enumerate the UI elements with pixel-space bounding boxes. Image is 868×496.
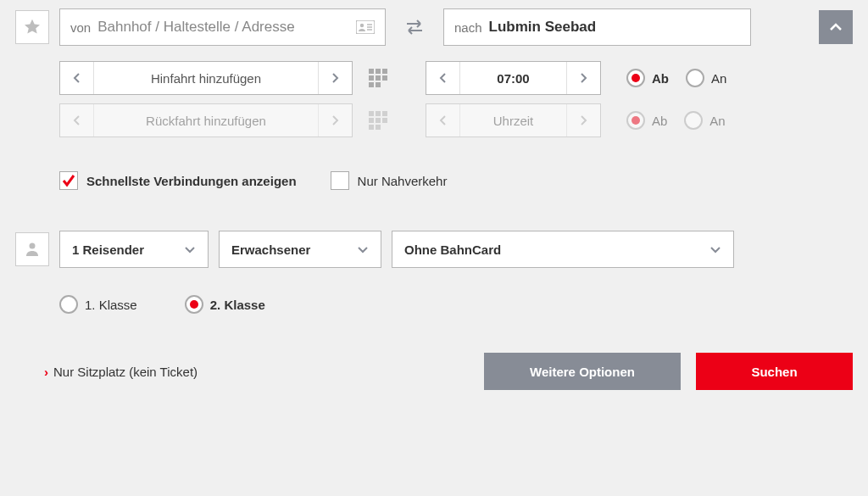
- chevron-right-icon: [331, 114, 339, 126]
- to-prefix: nach: [454, 20, 482, 35]
- to-input[interactable]: nach Lubmin Seebad: [443, 8, 751, 46]
- calendar-icon: [369, 111, 391, 130]
- checkbox-icon: [331, 171, 349, 190]
- favorite-button[interactable]: [15, 10, 49, 44]
- svg-rect-9: [376, 75, 381, 81]
- caret-right-icon: ›: [44, 365, 48, 379]
- chevron-left-icon: [73, 72, 81, 84]
- ab-label: Ab: [652, 71, 669, 86]
- radio-icon: [626, 111, 645, 130]
- radio-icon: [684, 111, 703, 130]
- traveler-type-select[interactable]: Erwachsener: [219, 231, 381, 268]
- search-label: Suchen: [751, 365, 797, 379]
- second-class-radio[interactable]: 2. Klasse: [185, 295, 265, 314]
- traveler-count-label: 1 Reisender: [72, 242, 144, 257]
- first-class-label: 1. Klasse: [85, 298, 137, 312]
- search-button[interactable]: Suchen: [696, 353, 853, 390]
- svg-rect-18: [382, 118, 387, 123]
- chevron-right-icon: [580, 72, 587, 84]
- svg-rect-6: [376, 69, 381, 74]
- outbound-date-prev[interactable]: [60, 62, 94, 94]
- outbound-depart-arrive: Ab An: [626, 69, 726, 87]
- chevron-down-icon: [709, 246, 721, 254]
- seat-only-link[interactable]: › Nur Sitzplatz (kein Ticket): [44, 365, 198, 379]
- return-time-placeholder: Uhrzeit: [460, 104, 566, 137]
- swap-button[interactable]: [396, 8, 433, 46]
- radio-icon: [686, 69, 704, 87]
- outbound-date-label: Hinfahrt hinzufügen: [94, 62, 318, 94]
- return-date-label: Rückfahrt hinzufügen: [94, 104, 318, 137]
- outbound-calendar-button[interactable]: [363, 61, 397, 95]
- traveler-type-label: Erwachsener: [231, 242, 310, 257]
- svg-rect-7: [382, 69, 387, 74]
- ab-label: Ab: [652, 114, 667, 128]
- outbound-time-prev[interactable]: [426, 62, 460, 94]
- return-time-prev: [426, 104, 460, 137]
- svg-rect-16: [369, 118, 374, 123]
- svg-rect-8: [369, 75, 374, 81]
- return-time-stepper: Uhrzeit: [426, 103, 601, 137]
- more-options-button[interactable]: Weitere Optionen: [484, 353, 681, 390]
- collapse-button[interactable]: [819, 10, 853, 44]
- from-placeholder: Bahnhof / Haltestelle / Adresse: [97, 19, 294, 36]
- star-icon: [23, 18, 42, 36]
- svg-rect-15: [382, 111, 387, 116]
- person-icon: [24, 241, 41, 258]
- outbound-date-stepper[interactable]: Hinfahrt hinzufügen: [59, 61, 353, 95]
- chevron-left-icon: [439, 114, 447, 126]
- svg-rect-19: [369, 125, 374, 130]
- outbound-ab-radio[interactable]: Ab: [626, 69, 669, 87]
- to-value: Lubmin Seebad: [489, 19, 597, 36]
- return-date-next: [318, 104, 352, 137]
- radio-icon: [626, 69, 645, 87]
- local-label: Nur Nahverkehr: [358, 174, 448, 188]
- return-ab-radio: Ab: [626, 111, 667, 130]
- from-input[interactable]: von Bahnhof / Haltestelle / Adresse: [59, 8, 386, 46]
- chevron-right-icon: [580, 114, 587, 126]
- outbound-time: 07:00: [460, 62, 566, 94]
- return-an-radio: An: [684, 111, 725, 130]
- local-checkbox[interactable]: Nur Nahverkehr: [331, 171, 448, 190]
- an-label: An: [709, 114, 725, 128]
- bahncard-select[interactable]: Ohne BahnCard: [392, 231, 734, 268]
- fastest-label: Schnellste Verbindungen anzeigen: [86, 174, 297, 188]
- fastest-checkbox[interactable]: Schnellste Verbindungen anzeigen: [59, 171, 297, 190]
- second-class-label: 2. Klasse: [210, 298, 265, 312]
- calendar-icon: [369, 69, 391, 87]
- return-date-prev: [60, 104, 94, 137]
- return-date-stepper[interactable]: Rückfahrt hinzufügen: [59, 103, 353, 137]
- checkbox-icon: [59, 171, 78, 190]
- svg-rect-14: [376, 111, 381, 116]
- first-class-radio[interactable]: 1. Klasse: [59, 295, 137, 314]
- svg-rect-10: [382, 75, 387, 81]
- bahncard-label: Ohne BahnCard: [404, 242, 501, 257]
- swap-icon: [403, 18, 426, 36]
- more-options-label: Weitere Optionen: [530, 365, 635, 379]
- return-calendar-button: [363, 103, 397, 137]
- chevron-left-icon: [73, 114, 81, 126]
- contacts-icon[interactable]: [356, 20, 375, 34]
- outbound-date-next[interactable]: [318, 62, 352, 94]
- svg-rect-12: [376, 82, 381, 87]
- from-prefix: von: [70, 20, 91, 35]
- traveler-count-select[interactable]: 1 Reisender: [59, 231, 209, 268]
- chevron-left-icon: [439, 72, 447, 84]
- chevron-down-icon: [184, 246, 196, 254]
- traveler-icon-box: [15, 232, 49, 266]
- outbound-an-radio[interactable]: An: [686, 69, 726, 87]
- radio-icon: [59, 295, 78, 314]
- checkmark-icon: [61, 173, 76, 188]
- svg-point-21: [30, 243, 36, 249]
- outbound-time-next[interactable]: [566, 62, 600, 94]
- return-depart-arrive: Ab An: [626, 111, 726, 130]
- outbound-time-stepper[interactable]: 07:00: [426, 61, 601, 95]
- svg-rect-17: [376, 118, 381, 123]
- chevron-right-icon: [331, 72, 339, 84]
- seat-only-label: Nur Sitzplatz (kein Ticket): [53, 365, 198, 379]
- return-time-next: [566, 104, 600, 137]
- svg-rect-5: [369, 69, 374, 74]
- chevron-up-icon: [829, 23, 843, 31]
- an-label: An: [711, 71, 726, 86]
- chevron-down-icon: [357, 246, 369, 254]
- svg-rect-20: [376, 125, 381, 130]
